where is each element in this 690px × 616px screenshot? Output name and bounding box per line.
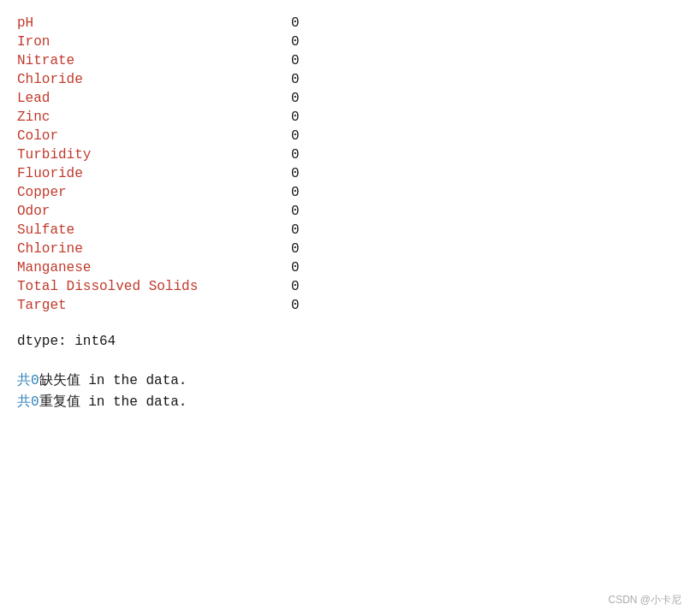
row-value: 0 — [291, 128, 300, 144]
row-label: pH — [17, 15, 291, 31]
row-label: Lead — [17, 91, 291, 106]
row-value: 0 — [291, 260, 300, 275]
row-value: 0 — [291, 298, 300, 313]
table-row: Zinc0 — [17, 108, 673, 127]
row-label: Odor — [17, 204, 291, 219]
duplicate-values-line: 共 0 重复值 in the data. — [17, 393, 673, 411]
table-row: Color0 — [17, 127, 673, 145]
summary-section: 共 0 缺失值 in the data. 共 0 重复值 in the data… — [17, 371, 673, 411]
row-label: Color — [17, 128, 291, 144]
table-row: Target0 — [17, 296, 673, 315]
missing-values-line: 共 0 缺失值 in the data. — [17, 371, 673, 389]
row-label: Nitrate — [17, 53, 291, 68]
duplicate-number: 0 — [31, 394, 39, 410]
table-row: pH0 — [17, 14, 673, 33]
missing-prefix: 共 — [17, 371, 31, 389]
row-label: Chloride — [17, 72, 291, 87]
table-row: Turbidity0 — [17, 145, 673, 164]
row-value: 0 — [291, 147, 300, 163]
watermark: CSDN @小卡尼 — [608, 593, 681, 607]
row-value: 0 — [291, 34, 300, 50]
table-row: Copper0 — [17, 183, 673, 202]
table-row: Lead0 — [17, 89, 673, 108]
table-row: Sulfate0 — [17, 221, 673, 240]
missing-number: 0 — [31, 373, 39, 388]
row-value: 0 — [291, 91, 300, 106]
table-row: Nitrate0 — [17, 51, 673, 70]
table-row: Fluoride0 — [17, 164, 673, 183]
row-label: Total Dissolved Solids — [17, 279, 291, 294]
row-value: 0 — [291, 110, 300, 125]
row-label: Copper — [17, 185, 291, 200]
duplicate-prefix: 共 — [17, 393, 31, 411]
row-label: Target — [17, 298, 291, 313]
row-label: Manganese — [17, 260, 291, 275]
row-value: 0 — [291, 279, 300, 294]
row-value: 0 — [291, 222, 300, 238]
missing-text: 缺失值 in the data. — [39, 371, 187, 389]
row-label: Sulfate — [17, 222, 291, 238]
row-value: 0 — [291, 241, 300, 257]
row-label: Turbidity — [17, 147, 291, 163]
row-label: Zinc — [17, 110, 291, 125]
row-value: 0 — [291, 72, 300, 87]
table-row: Chlorine0 — [17, 240, 673, 258]
row-value: 0 — [291, 166, 300, 181]
row-value: 0 — [291, 15, 300, 31]
table-row: Odor0 — [17, 202, 673, 221]
table-row: Iron0 — [17, 33, 673, 51]
row-label: Iron — [17, 34, 291, 50]
row-value: 0 — [291, 204, 300, 219]
table-row: Manganese0 — [17, 258, 673, 277]
table-row: Chloride0 — [17, 70, 673, 89]
table-row: Total Dissolved Solids0 — [17, 277, 673, 296]
data-table: pH0Iron0Nitrate0Chloride0Lead0Zinc0Color… — [17, 14, 673, 315]
duplicate-text: 重复值 in the data. — [39, 393, 187, 411]
dtype-line: dtype: int64 — [17, 332, 673, 351]
row-value: 0 — [291, 185, 300, 200]
row-value: 0 — [291, 53, 300, 68]
row-label: Chlorine — [17, 241, 291, 257]
row-label: Fluoride — [17, 166, 291, 181]
